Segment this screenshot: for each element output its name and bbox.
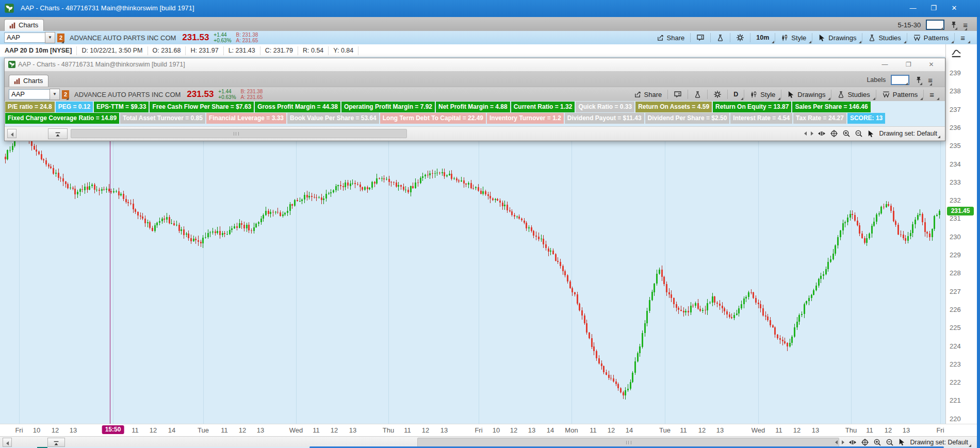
outer-chart-scrollbar[interactable]: Drawing set: Default xyxy=(0,436,977,447)
pan-right-icon[interactable] xyxy=(842,440,844,444)
fundamental-badge[interactable]: Gross Profit Margin = 44.38 xyxy=(255,102,340,112)
price-change: +1.44+0.63% xyxy=(218,89,236,100)
timeframe-button[interactable]: 10m xyxy=(750,33,775,42)
chart-description-icon[interactable] xyxy=(667,90,688,99)
menu-icon[interactable]: ≡ xyxy=(928,76,933,85)
pan-left-icon[interactable] xyxy=(835,440,838,444)
fundamental-badge[interactable]: PEG = 0.12 xyxy=(56,102,93,112)
quick-study-icon[interactable] xyxy=(688,90,707,99)
chart-description-icon[interactable] xyxy=(690,33,710,42)
fundamental-badge[interactable]: Sales Per Share = 146.46 xyxy=(792,102,870,112)
style-button[interactable]: Style xyxy=(775,33,812,42)
fundamental-badge[interactable]: Operating Profit Margin = 7.92 xyxy=(341,102,435,112)
fundamental-badge[interactable]: Tax Rate = 24.27 xyxy=(793,113,846,124)
time-axis-label: 12 xyxy=(608,426,615,434)
chart-scale-icon[interactable] xyxy=(951,47,962,59)
inner-chart-window[interactable]: AAP - Charts - 487716731 Main@thinkorswi… xyxy=(4,58,945,141)
zoom-in-icon[interactable] xyxy=(842,129,851,138)
fundamental-badge[interactable]: Quick Ratio = 0.33 xyxy=(576,102,634,112)
time-axis[interactable]: 15:50 Fri101213111214Tue111213Wed111213T… xyxy=(0,424,977,437)
pan-right-icon[interactable] xyxy=(811,131,813,136)
fundamental-badge[interactable]: Dividend Payout = $11.43 xyxy=(565,113,644,124)
symbol-input[interactable]: AAP xyxy=(4,32,45,43)
drawing-set-selector[interactable]: Drawing set: Default xyxy=(879,130,941,137)
scroll-left-button[interactable] xyxy=(7,129,17,138)
cursor-tool-icon[interactable] xyxy=(867,130,875,138)
fundamental-badge[interactable]: Return On Equity = 13.87 xyxy=(713,102,791,112)
price-axis-label: 227 xyxy=(950,288,961,295)
fundamental-badge[interactable]: Financial Leverage = 3.33 xyxy=(206,113,286,124)
cursor-tool-icon[interactable] xyxy=(898,438,906,446)
inner-chart-scrollbar[interactable]: Drawing set: Default xyxy=(5,126,945,140)
symbol-input[interactable]: AAP xyxy=(9,89,50,99)
quick-timeframes-label[interactable]: 5-15-30 xyxy=(897,21,921,29)
symbol-dropdown-button[interactable]: ▼ xyxy=(50,89,60,100)
drawing-set-selector[interactable]: Drawing set: Default xyxy=(910,439,972,446)
share-button[interactable]: Share xyxy=(651,33,691,42)
zoom-out-icon[interactable] xyxy=(886,438,894,446)
fundamental-badge[interactable]: Interest Rate = 4.54 xyxy=(730,113,792,124)
fundamental-badge[interactable]: P/E ratio = 24.8 xyxy=(5,102,55,112)
fundamental-badge[interactable]: Total Asset Turnover = 0.85 xyxy=(120,113,205,124)
inner-maximize-button[interactable]: ❐ xyxy=(904,60,913,69)
collapse-chart-button[interactable] xyxy=(47,438,65,447)
fundamental-badge[interactable]: Book Value Per Share = 53.64 xyxy=(287,113,379,124)
pan-left-icon[interactable] xyxy=(804,131,807,136)
patterns-button[interactable]: Patterns xyxy=(876,90,923,99)
fit-width-icon[interactable] xyxy=(818,129,826,138)
candlestick-chart[interactable] xyxy=(0,140,945,424)
inner-title-bar[interactable]: AAP - Charts - 487716731 Main@thinkorswi… xyxy=(5,58,945,72)
data-readout-cell: R: 0.54 xyxy=(298,46,329,55)
outer-maximize-button[interactable]: ❐ xyxy=(923,0,944,16)
quick-study-icon[interactable] xyxy=(710,33,730,42)
inner-close-button[interactable]: ✕ xyxy=(927,60,936,69)
pin-icon[interactable] xyxy=(950,21,958,29)
outer-minimize-button[interactable]: — xyxy=(903,0,923,16)
symbol-link-swatch[interactable] xyxy=(926,20,944,30)
fundamental-badge[interactable]: Free Cash Flow Per Share = $7.63 xyxy=(150,102,254,112)
fundamental-badge[interactable]: EPS-TTM = $9.33 xyxy=(94,102,149,112)
fundamental-badge[interactable]: SCORE: 13 xyxy=(847,113,885,124)
fundamental-badge[interactable]: Long Term Debt To Capital = 22.49 xyxy=(380,113,486,124)
fundamental-badge[interactable]: Net Profit Margin = 4.88 xyxy=(436,102,510,112)
crosshair-icon[interactable] xyxy=(861,438,869,446)
tab-charts[interactable]: Charts xyxy=(4,19,44,31)
drawings-button[interactable]: Drawings xyxy=(781,90,831,99)
fundamental-badge[interactable]: Fixed Charge Coverage Ratio = 14.89 xyxy=(5,113,119,124)
zoom-in-icon[interactable] xyxy=(873,438,881,446)
settings-gear-icon[interactable] xyxy=(707,90,727,99)
news-count-badge[interactable]: 2 xyxy=(57,34,64,42)
style-button[interactable]: Style xyxy=(744,90,781,99)
scrollbar-thumb[interactable] xyxy=(71,129,407,138)
zoom-out-icon[interactable] xyxy=(855,129,863,138)
crosshair-icon[interactable] xyxy=(830,129,838,138)
fundamental-badge[interactable]: Return On Assets = 4.59 xyxy=(635,102,712,112)
share-button[interactable]: Share xyxy=(628,90,668,99)
symbol-combobox[interactable]: AAP ▼ xyxy=(9,89,60,99)
collapse-chart-button[interactable] xyxy=(48,128,68,139)
studies-button[interactable]: Studies xyxy=(862,33,906,42)
price-axis[interactable]: 231.45 239238237236235234233232231230229… xyxy=(945,44,977,448)
pin-icon[interactable] xyxy=(914,76,923,84)
patterns-button[interactable]: Patterns xyxy=(907,33,954,42)
news-count-badge[interactable]: 2 xyxy=(62,90,69,99)
fundamental-badge[interactable]: Current Ratio = 1.32 xyxy=(511,102,575,112)
scrollbar-thumb[interactable] xyxy=(417,438,839,447)
menu-icon[interactable]: ≡ xyxy=(963,21,968,29)
inner-minimize-button[interactable]: — xyxy=(880,60,889,69)
symbol-link-swatch[interactable] xyxy=(891,75,909,85)
timeframe-button[interactable]: D xyxy=(727,90,744,99)
menu-icon[interactable]: ≡ xyxy=(923,90,940,99)
menu-icon[interactable]: ≡ xyxy=(954,33,971,42)
tab-charts[interactable]: Charts xyxy=(9,75,48,87)
settings-gear-icon[interactable] xyxy=(730,33,750,42)
fundamental-badge[interactable]: Dividend Per Share = $2.50 xyxy=(645,113,730,124)
fundamental-badge[interactable]: Inventory Turnover = 1.2 xyxy=(487,113,564,124)
fit-width-icon[interactable] xyxy=(848,438,857,446)
drawings-button[interactable]: Drawings xyxy=(812,33,862,42)
symbol-dropdown-button[interactable]: ▼ xyxy=(45,32,55,43)
scroll-left-button[interactable] xyxy=(3,438,12,447)
studies-button[interactable]: Studies xyxy=(831,90,875,99)
symbol-combobox[interactable]: AAP ▼ xyxy=(4,32,55,43)
outer-close-button[interactable]: ✕ xyxy=(944,0,965,16)
